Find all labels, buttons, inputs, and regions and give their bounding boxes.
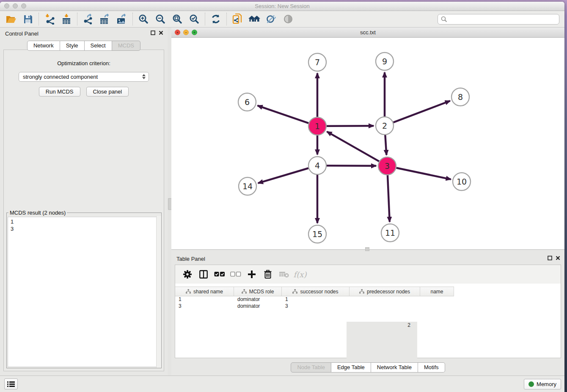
network-canvas[interactable]: 7968124314101511 bbox=[171, 38, 564, 249]
graph-node-3[interactable]: 3 bbox=[378, 157, 396, 175]
memory-button[interactable]: Memory bbox=[524, 379, 561, 389]
graph-node-1[interactable]: 1 bbox=[308, 117, 326, 135]
tab-network-table[interactable]: Network Table bbox=[371, 362, 418, 373]
copy-network-button[interactable] bbox=[229, 12, 246, 26]
tab-network[interactable]: Network bbox=[27, 41, 60, 51]
table-cell[interactable]: 1 bbox=[175, 296, 234, 303]
export-image-button[interactable] bbox=[113, 12, 130, 26]
edge-3-10[interactable] bbox=[396, 168, 451, 179]
column-header-name[interactable]: name bbox=[420, 287, 454, 296]
search-input[interactable] bbox=[438, 14, 559, 25]
save-icon bbox=[23, 14, 33, 24]
zoom-out-button[interactable] bbox=[152, 12, 169, 26]
network-graph[interactable]: 7968124314101511 bbox=[171, 38, 564, 249]
edge-4-3[interactable] bbox=[327, 166, 376, 166]
title-bar[interactable]: Session: New Session bbox=[0, 2, 564, 11]
delete-table-button[interactable] bbox=[276, 267, 292, 282]
control-panel: Control Panel NetworkStyleSelectMCDS Opt… bbox=[0, 28, 168, 376]
graph-node-11[interactable]: 11 bbox=[381, 224, 399, 242]
show-columns-button[interactable] bbox=[195, 267, 212, 282]
mcds-result-title: MCDS result (2 nodes) bbox=[8, 210, 67, 216]
table-row[interactable]: 1dominator411 bbox=[175, 296, 561, 303]
tab-edge-table[interactable]: Edge Table bbox=[331, 362, 371, 373]
tree-icon bbox=[242, 289, 247, 294]
float-table-panel-icon[interactable] bbox=[548, 256, 552, 260]
zoom-in-button[interactable] bbox=[135, 12, 152, 26]
table-cell[interactable]: 3 bbox=[282, 303, 316, 309]
graph-node-14[interactable]: 14 bbox=[239, 177, 256, 195]
table-panel-header: Table Panel bbox=[171, 253, 564, 265]
close-panel-button[interactable]: Close panel bbox=[86, 87, 129, 97]
table-cell[interactable]: 1 bbox=[282, 296, 316, 303]
toolbar-separator bbox=[226, 13, 227, 25]
tab-motifs[interactable]: Motifs bbox=[418, 362, 445, 373]
mcds-result-list[interactable]: 13 bbox=[8, 217, 160, 367]
criterion-select[interactable]: strongly connected component bbox=[19, 72, 149, 82]
tab-mcds[interactable]: MCDS bbox=[112, 41, 140, 51]
table-row[interactable]: 3dominator323 bbox=[175, 303, 561, 309]
node-label: 3 bbox=[385, 161, 390, 171]
table-tabs: Node TableEdge TableNetwork TableMotifs bbox=[171, 362, 564, 373]
graph-node-7[interactable]: 7 bbox=[308, 53, 326, 71]
horizontal-splitter-grip[interactable] bbox=[365, 247, 369, 251]
optimization-criterion-label: Optimization criterion: bbox=[4, 60, 164, 66]
task-history-button[interactable] bbox=[4, 378, 18, 389]
edge-1-2[interactable] bbox=[327, 126, 374, 126]
birds-eye-icon bbox=[283, 14, 294, 25]
save-session-button[interactable] bbox=[19, 12, 36, 26]
column-header-predecessor-nodes[interactable]: predecessor nodes bbox=[350, 287, 420, 296]
edge-1-6[interactable] bbox=[258, 105, 309, 123]
column-header-MCDS-role[interactable]: MCDS role bbox=[234, 287, 282, 296]
edge-4-14[interactable] bbox=[258, 168, 308, 183]
graph-node-10[interactable]: 10 bbox=[453, 173, 471, 190]
import-table-button[interactable] bbox=[58, 12, 75, 26]
desktop-wallpaper: Session: New Session bbox=[0, 0, 567, 392]
edge-3-11[interactable] bbox=[388, 175, 390, 222]
table-cell[interactable]: dominator bbox=[234, 296, 282, 303]
graph-node-4[interactable]: 4 bbox=[308, 157, 326, 174]
export-network-button[interactable] bbox=[80, 12, 96, 26]
zoom-out-icon bbox=[155, 14, 166, 25]
graph-node-9[interactable]: 9 bbox=[376, 52, 394, 70]
close-table-panel-icon[interactable] bbox=[556, 256, 560, 260]
select-all-columns-button[interactable] bbox=[212, 267, 228, 282]
function-icon: f(x) bbox=[294, 270, 307, 279]
close-panel-icon[interactable] bbox=[159, 30, 163, 35]
zoom-selected-button[interactable] bbox=[186, 12, 203, 26]
birds-eye-button[interactable] bbox=[280, 12, 297, 26]
zoom-fit-button[interactable] bbox=[169, 12, 186, 26]
column-header-shared-name[interactable]: shared name bbox=[175, 287, 234, 296]
table-cell[interactable]: 3 bbox=[175, 303, 234, 309]
graph-node-8[interactable]: 8 bbox=[451, 88, 469, 106]
edge-3-1[interactable] bbox=[327, 132, 379, 161]
tab-style[interactable]: Style bbox=[60, 41, 85, 51]
edge-2-8[interactable] bbox=[394, 101, 450, 122]
tab-node-table[interactable]: Node Table bbox=[291, 362, 331, 373]
graphics-details-button[interactable] bbox=[263, 12, 280, 26]
tab-select[interactable]: Select bbox=[85, 41, 112, 51]
table-cell[interactable]: dominator bbox=[234, 303, 282, 309]
deselect-all-columns-button[interactable] bbox=[228, 267, 244, 282]
column-header-successor-nodes[interactable]: successor nodes bbox=[282, 287, 350, 296]
run-mcds-button[interactable]: Run MCDS bbox=[39, 87, 80, 97]
graph-node-6[interactable]: 6 bbox=[238, 93, 256, 111]
import-network-button[interactable] bbox=[41, 12, 58, 26]
graph-node-2[interactable]: 2 bbox=[376, 117, 394, 135]
delete-column-button[interactable] bbox=[260, 267, 276, 282]
export-table-button[interactable] bbox=[96, 12, 113, 26]
float-panel-icon[interactable] bbox=[151, 30, 155, 35]
open-session-button[interactable] bbox=[3, 12, 19, 26]
network-home-button[interactable] bbox=[246, 12, 263, 26]
graph-node-15[interactable]: 15 bbox=[308, 225, 326, 243]
result-scrollbar[interactable] bbox=[156, 216, 161, 368]
table-settings-button[interactable] bbox=[179, 267, 195, 282]
status-bar: Memory bbox=[0, 375, 564, 392]
create-column-button[interactable] bbox=[244, 267, 260, 282]
network-window-titlebar[interactable]: × − + scc.txt bbox=[171, 28, 564, 38]
apply-layout-button[interactable] bbox=[207, 12, 224, 26]
app-window: Session: New Session bbox=[0, 2, 564, 392]
vertical-splitter[interactable] bbox=[168, 28, 171, 376]
apply-function-button[interactable]: f(x) bbox=[292, 267, 308, 282]
edge-2-3[interactable] bbox=[385, 135, 386, 155]
control-panel-title: Control Panel bbox=[5, 30, 39, 37]
